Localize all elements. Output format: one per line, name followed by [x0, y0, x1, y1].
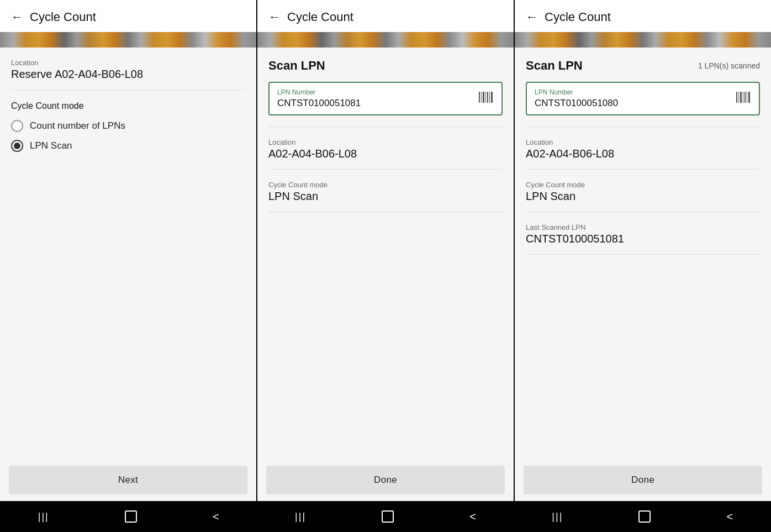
screen3-location-label: Location: [526, 138, 760, 146]
screen1-radio-label-1: Count number of LPNs: [30, 120, 125, 131]
divider-2b: [268, 169, 503, 170]
screen1-location-value: Reserve A02-A04-B06-L08: [11, 68, 245, 81]
screen3-location-value: A02-A04-B06-L08: [526, 148, 760, 160]
svg-rect-7: [736, 92, 737, 103]
screen3-header: ← Cycle Count: [515, 0, 771, 32]
svg-rect-3: [485, 92, 486, 103]
svg-rect-4: [487, 92, 488, 103]
screen1-bottom-bar: Next: [0, 459, 256, 501]
screen1-radio-circle-2: [11, 140, 23, 152]
screen3-last-scanned-label: Last Scanned LPN: [526, 223, 760, 231]
screen3-mode-label: Cycle Count mode: [526, 181, 760, 189]
screen2-content: Scan LPN LPN Number CNTST0100051081: [257, 48, 514, 459]
screen3-content: Scan LPN 1 LPN(s) scanned LPN Number CNT…: [515, 48, 771, 459]
screen3-barcode-icon: [736, 91, 751, 107]
screen3-lpn-input-inner: LPN Number CNTST0100051080: [535, 88, 736, 109]
svg-rect-0: [479, 92, 480, 103]
screen3-title: Cycle Count: [545, 10, 611, 24]
svg-rect-5: [489, 92, 490, 103]
screen1-radio-lpn-scan[interactable]: LPN Scan: [11, 140, 245, 152]
banner-strip-3: [515, 32, 771, 48]
screen1-radio-circle-1: [11, 120, 23, 132]
screen2-location-label: Location: [268, 138, 503, 146]
screen1-content: Location Reserve A02-A04-B06-L08 Cycle C…: [0, 48, 256, 459]
screen2-lpn-label: LPN Number: [277, 88, 478, 96]
screen-2: ← Cycle Count Scan LPN LPN Number CNTST0…: [257, 0, 515, 501]
divider-2a: [268, 127, 503, 127]
screen1-location-label: Location: [11, 59, 245, 67]
screen1-back-button[interactable]: ←: [11, 10, 23, 24]
screen2-header: ← Cycle Count: [257, 0, 514, 32]
screen1-header: ← Cycle Count: [0, 0, 256, 32]
svg-rect-6: [491, 92, 493, 103]
screen3-scan-header: Scan LPN 1 LPN(s) scanned: [526, 59, 760, 73]
nav-recents-icon-3[interactable]: |||: [552, 511, 563, 523]
screen2-bottom-bar: Done: [257, 459, 514, 501]
screen1-radio-label-2: LPN Scan: [30, 140, 72, 151]
screen3-lpn-input-wrapper[interactable]: LPN Number CNTST0100051080: [526, 82, 760, 115]
screen2-scan-header: Scan LPN: [268, 59, 503, 73]
nav-home-icon-2[interactable]: [382, 510, 394, 523]
screen3-last-scanned-value: CNTST0100051081: [526, 233, 760, 245]
nav-phone-2: ||| <: [257, 501, 514, 532]
screen3-lpn-value[interactable]: CNTST0100051080: [535, 98, 736, 109]
screen1-mode-title: Cycle Count mode: [11, 101, 245, 111]
screen2-lpn-input-inner: LPN Number CNTST0100051081: [277, 88, 478, 109]
banner-strip-2: [257, 32, 514, 48]
nav-back-icon-2[interactable]: <: [469, 510, 476, 523]
screen2-mode-label: Cycle Count mode: [268, 181, 503, 189]
nav-recents-icon-1[interactable]: |||: [38, 511, 49, 523]
screen1-radio-count-lpns[interactable]: Count number of LPNs: [11, 120, 245, 132]
divider-1: [11, 89, 245, 90]
screen2-done-button[interactable]: Done: [266, 466, 505, 494]
screen3-bottom-bar: Done: [515, 459, 771, 501]
svg-rect-12: [747, 92, 747, 103]
nav-home-icon-1[interactable]: [125, 510, 137, 523]
nav-home-icon-3[interactable]: [638, 510, 651, 523]
divider-3d: [526, 254, 760, 255]
svg-rect-8: [738, 92, 739, 103]
screen2-mode-value: LPN Scan: [268, 190, 503, 203]
screen2-lpn-input-wrapper[interactable]: LPN Number CNTST0100051081: [268, 82, 503, 115]
screen3-done-button[interactable]: Done: [524, 466, 762, 494]
svg-rect-10: [743, 92, 743, 103]
screen3-mode-value: LPN Scan: [526, 190, 760, 203]
svg-rect-13: [748, 92, 750, 103]
nav-phone-1: ||| <: [0, 501, 257, 532]
screen-1: ← Cycle Count Location Reserve A02-A04-B…: [0, 0, 257, 501]
divider-3c: [526, 212, 760, 212]
screen3-lpn-label: LPN Number: [535, 88, 736, 96]
nav-phone-3: ||| <: [514, 501, 771, 532]
screen1-title: Cycle Count: [30, 10, 96, 24]
screen2-barcode-icon: [478, 91, 494, 107]
nav-back-icon-3[interactable]: <: [727, 510, 733, 523]
divider-2c: [268, 212, 503, 212]
screen3-back-button[interactable]: ←: [526, 10, 538, 24]
screen2-location-value: A02-A04-B06-L08: [268, 148, 503, 160]
nav-back-icon-1[interactable]: <: [213, 510, 219, 523]
screen-3: ← Cycle Count Scan LPN 1 LPN(s) scanned …: [515, 0, 771, 501]
divider-3a: [526, 127, 760, 127]
screen2-scan-title: Scan LPN: [268, 59, 325, 73]
screen2-back-button[interactable]: ←: [268, 10, 281, 24]
screen3-scan-title: Scan LPN: [526, 59, 583, 73]
screen2-lpn-value[interactable]: CNTST0100051081: [277, 98, 478, 109]
screen1-next-button[interactable]: Next: [9, 466, 247, 494]
svg-rect-11: [744, 92, 746, 103]
svg-rect-9: [740, 92, 742, 103]
screen2-title: Cycle Count: [287, 10, 353, 24]
screen3-scanned-count: 1 LPN(s) scanned: [698, 61, 760, 70]
svg-rect-2: [483, 92, 484, 103]
android-nav-bar: ||| < ||| < ||| <: [0, 501, 771, 532]
svg-rect-1: [481, 92, 482, 103]
divider-3b: [526, 169, 760, 170]
nav-recents-icon-2[interactable]: |||: [295, 511, 306, 523]
banner-strip-1: [0, 32, 256, 48]
